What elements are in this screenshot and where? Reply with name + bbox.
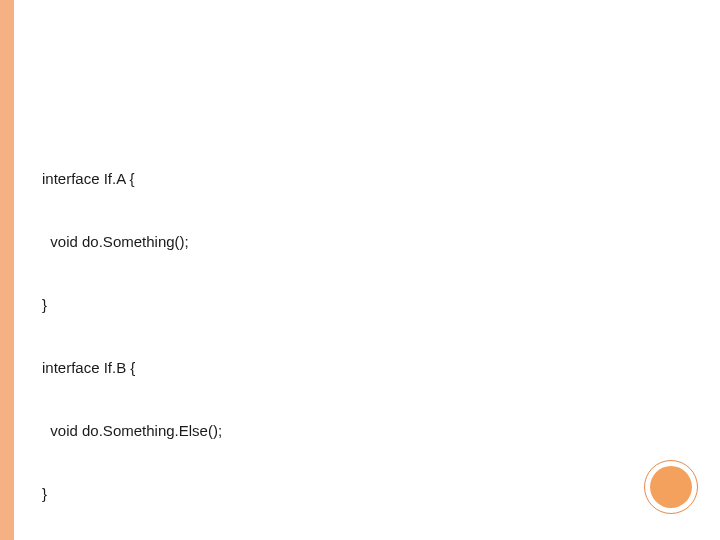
accent-left-bar [0,0,14,540]
decorative-circle-fill [650,466,692,508]
decorative-circle-icon [644,460,698,514]
code-line: interface If.A { [42,168,682,189]
code-line: interface If.B { [42,357,682,378]
code-line: void do.Something(); [42,231,682,252]
code-line: void do.Something.Else(); [42,420,682,441]
slide-content: interface If.A { void do.Something(); } … [14,0,720,540]
code-line: } [42,294,682,315]
code-block: interface If.A { void do.Something(); } … [42,126,682,540]
code-line: } [42,483,682,504]
